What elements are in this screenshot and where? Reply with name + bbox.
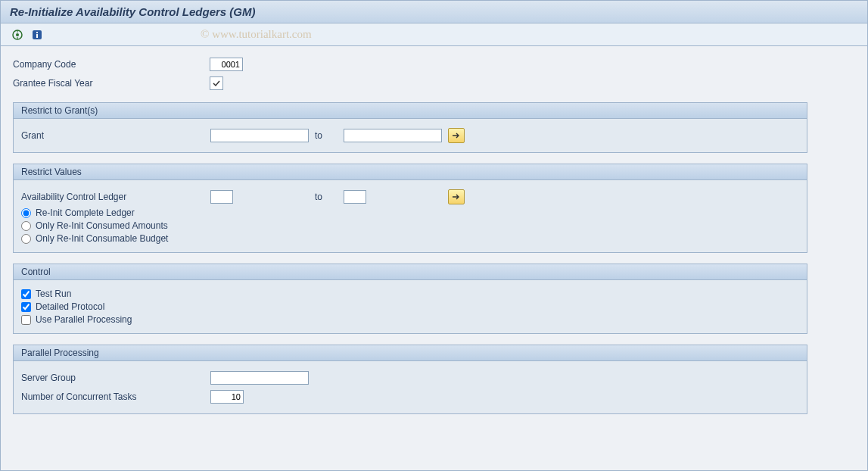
watermark: © www.tutorialkart.com (201, 28, 312, 41)
ledger-to-input[interactable] (344, 190, 366, 204)
execute-button[interactable] (10, 27, 25, 42)
info-icon (31, 29, 43, 41)
fiscal-year-check[interactable] (210, 76, 223, 90)
ledger-label: Availability Control Ledger (21, 192, 210, 202)
company-code-label: Company Code (13, 59, 210, 70)
grant-from-input[interactable] (210, 129, 309, 142)
parallel-row[interactable]: Use Parallel Processing (21, 314, 799, 325)
control-header: Control (14, 264, 807, 280)
test-run-row[interactable]: Test Run (21, 289, 799, 299)
radio-complete-label: Re-Init Complete Ledger (36, 207, 135, 218)
content-area: Company Code Grantee Fiscal Year Restric… (1, 46, 867, 426)
ledger-multiselect-button[interactable] (448, 189, 465, 204)
svg-point-1 (16, 33, 19, 36)
radio-consumed[interactable]: Only Re-Init Consumed Amounts (21, 220, 799, 231)
test-run-checkbox[interactable] (21, 289, 31, 299)
parallel-label: Use Parallel Processing (36, 314, 132, 325)
tasks-row: Number of Concurrent Tasks (21, 388, 799, 405)
ledger-to-label: to (315, 192, 338, 202)
restrict-values-header: Restrict Values (14, 164, 807, 180)
ledger-from-input[interactable] (210, 190, 233, 204)
radio-consumed-label: Only Re-Init Consumed Amounts (36, 220, 168, 231)
detailed-protocol-row[interactable]: Detailed Protocol (21, 301, 799, 312)
ledger-row: Availability Control Ledger to (21, 189, 799, 205)
radio-consumable-label: Only Re-Init Consumable Budget (36, 233, 168, 244)
restrict-grants-group: Restrict to Grant(s) Grant to (13, 102, 807, 153)
server-group-row: Server Group (21, 370, 799, 386)
server-group-input[interactable] (210, 371, 309, 385)
detailed-protocol-checkbox[interactable] (21, 302, 31, 312)
title-text: Re-Initialize Availability Control Ledge… (10, 5, 256, 18)
grant-multiselect-button[interactable] (448, 128, 465, 143)
radio-consumable[interactable]: Only Re-Init Consumable Budget (21, 233, 799, 244)
radio-consumable-input[interactable] (21, 234, 31, 244)
control-group: Control Test Run Detailed Protocol Use P… (13, 264, 807, 334)
company-code-row: Company Code (13, 56, 855, 73)
toolbar: © www.tutorialkart.com (1, 23, 867, 46)
server-group-label: Server Group (21, 373, 210, 383)
tasks-label: Number of Concurrent Tasks (21, 391, 210, 402)
test-run-label: Test Run (36, 289, 71, 299)
window-title: Re-Initialize Availability Control Ledge… (1, 1, 867, 23)
radio-consumed-input[interactable] (21, 221, 31, 231)
check-icon (213, 80, 220, 87)
restrict-grants-header: Restrict to Grant(s) (14, 103, 807, 119)
radio-complete-ledger[interactable]: Re-Init Complete Ledger (21, 207, 799, 218)
company-code-input[interactable] (210, 58, 243, 71)
parallel-header: Parallel Processing (14, 345, 807, 361)
info-button[interactable] (30, 27, 45, 42)
detailed-protocol-label: Detailed Protocol (36, 301, 104, 312)
parallel-processing-group: Parallel Processing Server Group Number … (13, 345, 807, 414)
arrow-right-icon (452, 132, 461, 139)
arrow-right-icon (452, 193, 461, 201)
parallel-checkbox[interactable] (21, 315, 31, 325)
grant-to-input[interactable] (344, 129, 442, 142)
grant-to-label: to (315, 130, 338, 141)
grant-label: Grant (21, 130, 210, 141)
tasks-input[interactable] (210, 390, 244, 404)
svg-rect-6 (36, 34, 38, 38)
svg-rect-5 (36, 32, 38, 33)
fiscal-year-row: Grantee Fiscal Year (13, 75, 855, 92)
grant-row: Grant to (21, 127, 799, 144)
fiscal-year-label: Grantee Fiscal Year (13, 78, 210, 89)
execute-icon (11, 29, 23, 41)
restrict-values-group: Restrict Values Availability Control Led… (13, 164, 807, 253)
radio-complete-input[interactable] (21, 208, 31, 218)
